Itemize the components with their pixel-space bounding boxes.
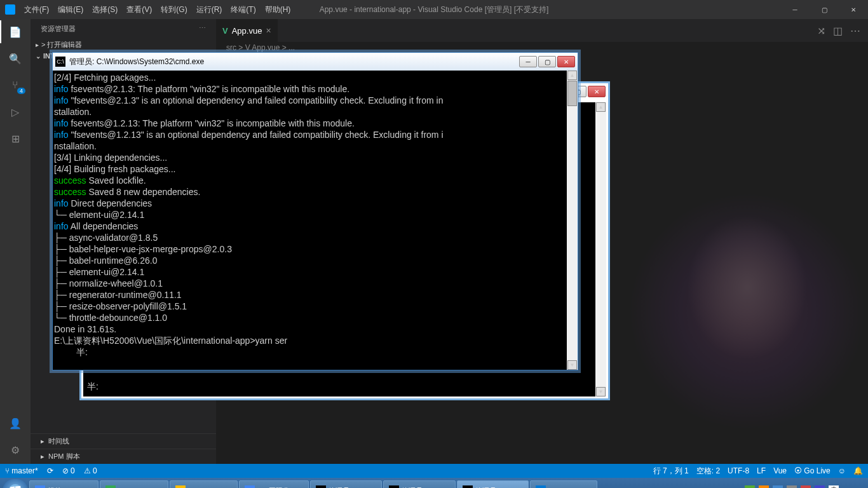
menu-item[interactable]: 查看(V): [123, 3, 156, 17]
cmd-close-button[interactable]: ✕: [557, 56, 575, 67]
taskbar-item-label: vue国际化.m...: [257, 486, 303, 489]
terminal-line: [3/4] Linking dependencies...: [54, 152, 576, 163]
menu-item[interactable]: 文件(F): [20, 3, 53, 17]
behind-scrollbar[interactable]: ▲ ▼: [595, 102, 606, 396]
encoding-status[interactable]: UTF-8: [728, 466, 749, 475]
maximize-button[interactable]: ▢: [810, 0, 839, 19]
settings-icon[interactable]: ⚙: [8, 442, 23, 458]
indent-status[interactable]: 空格: 2: [696, 466, 720, 477]
source-control-icon[interactable]: ⑂4: [8, 78, 23, 93]
terminal-line: 半:: [54, 346, 576, 358]
timeline-section[interactable]: ▸时间线: [31, 433, 216, 449]
taskbar-item-icon: [536, 485, 546, 488]
taskbar-item-icon: [463, 485, 473, 488]
vscode-titlebar: 文件(F)编辑(E)选择(S)查看(V)转到(G)运行(R)终端(T)帮助(H)…: [0, 0, 868, 19]
start-button[interactable]: [3, 479, 28, 488]
cmd-scrollbar[interactable]: ▲▼: [567, 71, 578, 370]
activity-bar: 📄 🔍 ⑂4 ▷ ⊞ 👤 ⚙: [0, 19, 31, 464]
taskbar-item[interactable]: 管理员: C:\Wi...: [383, 480, 455, 488]
menu-item[interactable]: 编辑(E): [54, 3, 87, 17]
terminal-line: info Direct dependencies: [54, 198, 576, 209]
terminal-line: ├─ babel-helper-vue-jsx-merge-props@2.0.…: [54, 243, 576, 255]
tab-close-icon[interactable]: ×: [266, 25, 271, 36]
taskbar-item[interactable]: Easy Meetin...: [100, 480, 168, 488]
close-button[interactable]: ✕: [839, 0, 868, 19]
terminal-line: info "fsevents@2.1.3" is an optional dep…: [54, 95, 576, 106]
tray-icon[interactable]: ▬: [815, 485, 825, 488]
menu-item[interactable]: 帮助(H): [261, 3, 295, 17]
explorer-icon[interactable]: 📄: [8, 24, 23, 39]
cmd-minimize-button[interactable]: ─: [519, 56, 537, 67]
npm-scripts-section[interactable]: ▸NPM 脚本: [31, 449, 216, 464]
terminal-line: [4/4] Building fresh packages...: [54, 163, 576, 175]
terminal-line: info fsevents@1.2.13: The platform "win3…: [54, 118, 576, 129]
language-status[interactable]: Vue: [773, 466, 787, 475]
warnings-status[interactable]: ⚠ 0: [84, 466, 97, 475]
taskbar-item[interactable]: 组件 | Eleme...: [29, 480, 98, 488]
split-icon[interactable]: ◫: [833, 25, 843, 37]
tray-icon[interactable]: ▬: [759, 485, 769, 488]
tray-icon[interactable]: ▬: [745, 485, 755, 488]
sidebar-title: 资源管理器 ⋯: [31, 19, 216, 39]
notifications-icon[interactable]: 🔔: [853, 466, 863, 475]
cmd-title-text: 管理员: C:\Windows\System32\cmd.exe: [69, 57, 204, 67]
terminal-line: ├─ resize-observer-polyfill@1.5.1: [54, 301, 576, 312]
golive-button[interactable]: ⦿ Go Live: [794, 466, 831, 475]
terminal-line: E:\上课资料\H52006\Vue\国际化\international-app…: [54, 335, 576, 346]
branch-status[interactable]: ⑂ master*: [5, 466, 38, 475]
taskbar-item-label: 管理员: C:\Wi...: [475, 486, 523, 489]
taskbar-item[interactable]: 管理员: C:\Wi...: [310, 480, 382, 488]
menu-item[interactable]: 转到(G): [157, 3, 191, 17]
cursor-position[interactable]: 行 7，列 1: [653, 466, 689, 477]
taskbar-item-label: 管理员: C:\Wi...: [329, 486, 376, 489]
terminal-line: info fsevents@2.1.3: The platform "win32…: [54, 83, 576, 95]
cmd-body[interactable]: [2/4] Fetching packages...info fsevents@…: [53, 71, 578, 370]
open-editors-section[interactable]: ▸> 打开编辑器: [31, 39, 216, 51]
terminal-line: info "fsevents@1.2.13" is an optional de…: [54, 129, 576, 140]
taskbar-item-label: 组件 | Eleme...: [48, 486, 93, 489]
cmd-maximize-button[interactable]: ▢: [538, 56, 556, 67]
tab-app-vue[interactable]: V App.vue ×: [216, 19, 278, 42]
cmd-titlebar[interactable]: C:\ 管理员: C:\Windows\System32\cmd.exe ─ ▢…: [53, 53, 578, 71]
window-title: App.vue - international-app - Visual Stu…: [320, 4, 549, 15]
taskbar-item[interactable]: vue国际化.m...: [239, 480, 309, 488]
tray-icon[interactable]: ▬: [787, 485, 797, 488]
taskbar-item-label: 管理员: C:\Wi...: [402, 486, 449, 489]
vue-file-icon: V: [222, 26, 228, 36]
tray-icon[interactable]: 中: [829, 485, 839, 488]
taskbar-item[interactable]: App.vue - in...: [530, 480, 597, 488]
sync-status[interactable]: ⟳: [47, 466, 53, 475]
cmd-icon: C:\: [55, 57, 65, 67]
taskbar-item[interactable]: 管理员: C:\Wi...: [457, 480, 529, 488]
taskbar-item-icon: [245, 485, 255, 488]
terminal-line: └─ throttle-debounce@1.1.0: [54, 312, 576, 323]
compare-icon[interactable]: ⤨: [817, 25, 825, 37]
terminal-line: ├─ element-ui@2.14.1: [54, 266, 576, 278]
feedback-icon[interactable]: ☺: [838, 466, 846, 475]
extensions-icon[interactable]: ⊞: [8, 131, 23, 146]
eol-status[interactable]: LF: [757, 466, 766, 475]
debug-icon[interactable]: ▷: [8, 104, 23, 119]
minimize-button[interactable]: ─: [780, 0, 810, 19]
cmd-window: C:\ 管理员: C:\Windows\System32\cmd.exe ─ ▢…: [52, 52, 578, 370]
terminal-line: stallation.: [54, 106, 576, 118]
more-icon[interactable]: ⋯: [850, 25, 860, 37]
menu-item[interactable]: 终端(T): [227, 3, 259, 17]
errors-status[interactable]: ⊘ 0: [62, 466, 75, 475]
git-badge: 4: [17, 88, 25, 94]
behind-close-button[interactable]: ✕: [588, 86, 606, 97]
system-tray[interactable]: ▲ ▬ ▬ ▬ ▬ ▬ ▬ 中 15:11: [735, 485, 865, 488]
terminal-line: [2/4] Fetching packages...: [54, 72, 576, 83]
tray-icon[interactable]: ▬: [801, 485, 811, 488]
taskbar-item[interactable]: international...: [170, 480, 238, 488]
status-bar: ⑂ master* ⟳ ⊘ 0 ⚠ 0 行 7，列 1 空格: 2 UTF-8 …: [0, 464, 868, 478]
vscode-icon: [5, 4, 15, 15]
menu-item[interactable]: 运行(R): [193, 3, 226, 17]
search-icon[interactable]: 🔍: [8, 51, 23, 66]
tab-bar: V App.vue × ⤨ ◫ ⋯: [216, 19, 868, 42]
tray-icon[interactable]: ▬: [773, 485, 783, 488]
sidebar-more-icon[interactable]: ⋯: [199, 24, 206, 34]
menu-item[interactable]: 选择(S): [88, 3, 121, 17]
account-icon[interactable]: 👤: [8, 416, 23, 431]
taskbar-item-icon: [389, 485, 399, 488]
